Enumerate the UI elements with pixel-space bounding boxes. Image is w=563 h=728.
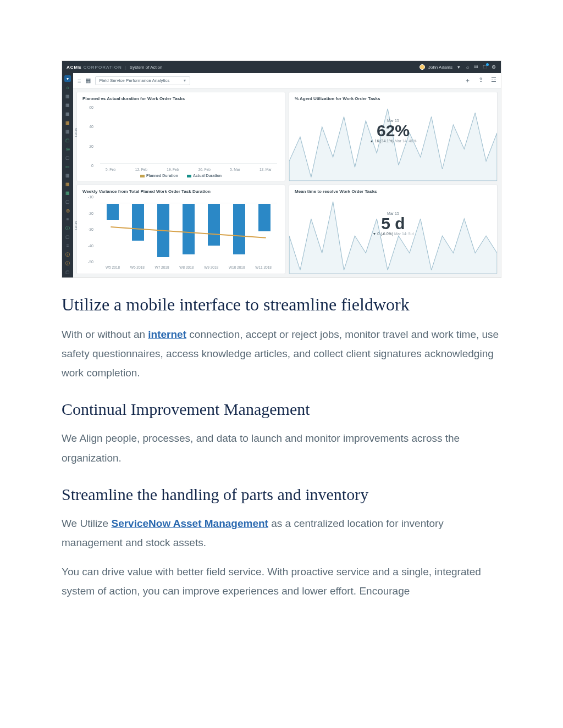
card-weekly-variance: Weekly Variance from Total Planed Work O… (76, 185, 285, 274)
dashboard-screenshot: ACME CORPORATION | System of Action John… (62, 60, 501, 278)
heading-mobile: Utilize a mobile interface to streamline… (62, 294, 501, 315)
settings-icon[interactable]: ☲ (491, 76, 496, 85)
brand: ACME CORPORATION (67, 65, 122, 70)
avatar[interactable] (420, 64, 425, 70)
notifications-icon[interactable]: ⬚ (482, 64, 488, 70)
card-title: Weekly Variance from Total Planed Work O… (82, 189, 279, 194)
caret-down-icon: ▼ (183, 79, 186, 82)
rail-item-icon[interactable]: ▢ (64, 269, 71, 275)
rail-info-icon[interactable]: ⓘ (64, 225, 71, 231)
rail-item-icon[interactable]: ▦ (64, 128, 71, 135)
brand-bold: ACME (67, 65, 82, 70)
card-title: Planned vs Actual duration for Work Orde… (82, 96, 279, 101)
menu-icon[interactable]: ≡ (78, 77, 81, 84)
dashboard-select[interactable]: Field Service Performance Analytics ▼ (95, 76, 190, 85)
paragraph: You can drive value with better field se… (62, 562, 501, 601)
bars (100, 107, 277, 164)
down-arrow-icon: ▼ (372, 232, 376, 236)
rail-info-icon[interactable]: ⓘ (64, 260, 71, 266)
rail-item-icon[interactable]: ▦ (64, 119, 71, 126)
card-planned-vs-actual: Planned vs Actual duration for Work Orde… (76, 92, 285, 181)
chat-icon[interactable]: ✉ (473, 64, 479, 70)
rail-item-icon[interactable]: ▢ (64, 234, 71, 240)
rail-filter-icon[interactable]: ▾ (64, 75, 71, 82)
paragraph: With or without an internet connection, … (62, 325, 501, 382)
rail-item-icon[interactable]: ▦ (64, 110, 71, 117)
rail-list-icon[interactable]: ≡ (64, 216, 71, 223)
dashboard-select-label: Field Service Performance Analytics (99, 78, 169, 83)
headline: Mar 15 5 d ▼ 0 (-6.0%) Mar 14: 5 d (372, 212, 413, 236)
document-page: ACME CORPORATION | System of Action John… (0, 0, 563, 632)
user-name[interactable]: John Adams (428, 65, 452, 70)
rail-calendar-icon[interactable]: ▢ (64, 137, 71, 143)
rail-item-icon[interactable]: ▦ (64, 172, 71, 179)
y-axis-label: Hours (74, 220, 78, 229)
x-axis: 5. Feb 12. Feb 19. Feb 26. Feb 5. Mar 12… (100, 168, 277, 171)
paragraph: We Utilize ServiceNow Asset Management a… (62, 514, 501, 552)
rail-item-icon[interactable]: ▦ (64, 93, 71, 99)
rail-item-icon[interactable]: ▦ (64, 190, 71, 196)
x-axis: W5 2018 W6 2018 W7 2018 W8 2018 W9 2018 … (100, 265, 277, 269)
share-icon[interactable]: ⇪ (478, 76, 483, 85)
y-axis: -10 -20 -30 -40 -50 (80, 195, 93, 264)
app-subtitle: System of Action (130, 65, 163, 70)
headline: Mar 15 62% ▲ 16 (34.1%) Mar 14: 46% (370, 119, 417, 143)
rail-item-icon[interactable]: ◎ (64, 146, 71, 152)
divider: | (125, 65, 126, 70)
grid-icon[interactable]: ▦ (85, 77, 91, 84)
caret-down-icon[interactable]: ▾ (456, 64, 461, 70)
rail-alert-icon[interactable]: ◎ (64, 207, 71, 214)
rail-item-icon[interactable]: ▢ (64, 198, 71, 205)
rail-item-icon[interactable]: ▦ (64, 102, 71, 108)
up-arrow-icon: ▲ (370, 139, 374, 143)
paragraph: We Align people, processes, and data to … (62, 429, 501, 467)
add-icon[interactable]: ＋ (465, 76, 471, 85)
rail-info-icon[interactable]: ⓘ (64, 251, 71, 258)
rail-item-icon[interactable]: ▦ (64, 181, 71, 187)
rail-home-icon[interactable]: ⌂ (64, 84, 71, 91)
heading-continual: Continual Improvement Management (62, 400, 501, 419)
card-agent-utilization: % Agent Utilization for Work Order Tasks… (289, 92, 498, 181)
card-mttr: Mean time to resolve Work Order Tasks Ma… (289, 185, 498, 274)
link-internet[interactable]: internet (148, 329, 186, 340)
app-header: ACME CORPORATION | System of Action John… (62, 61, 501, 73)
rail-list-icon[interactable]: ≡ (64, 242, 71, 249)
gear-icon[interactable]: ⚙ (491, 64, 496, 70)
rail-item-icon[interactable]: ▢ (64, 154, 71, 161)
legend: Planned Duration Actual Duration (82, 174, 279, 177)
rail-folder-icon[interactable]: ▭ (64, 163, 71, 170)
search-icon[interactable]: ⌕ (465, 64, 470, 70)
brand-thin: CORPORATION (84, 65, 122, 70)
heading-parts: Streamline the handling of parts and inv… (62, 485, 501, 504)
y-axis: 60 40 20 0 (80, 105, 93, 168)
y-axis-label: Hours (74, 127, 78, 136)
toolbar: ≡ ▦ Field Service Performance Analytics … (73, 73, 501, 88)
link-servicenow[interactable]: ServiceNow Asset Management (111, 518, 268, 529)
nav-rail: ▾ ⌂ ▦ ▦ ▦ ▦ ▦ ▢ ◎ ▢ ▭ ▦ ▦ ▦ ▢ ◎ ≡ ⓘ ▢ ≡ (62, 73, 73, 277)
